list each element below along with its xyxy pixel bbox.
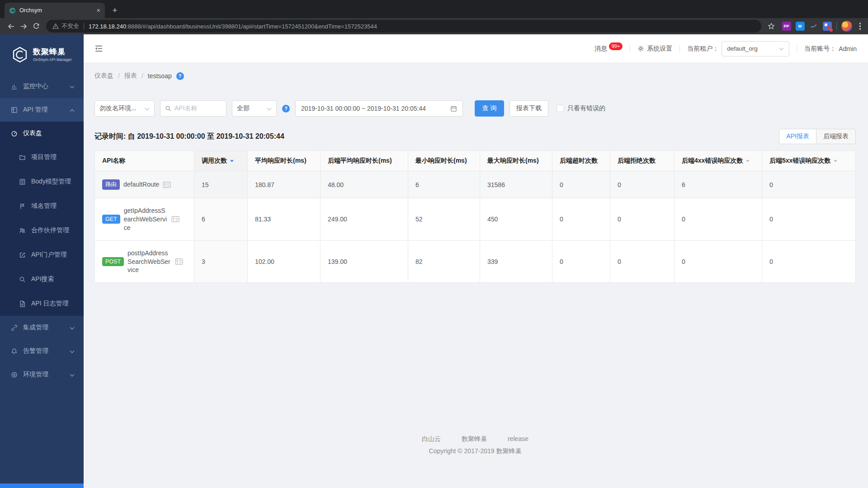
tab-close-icon[interactable]: ×	[97, 7, 100, 14]
target-icon	[11, 371, 18, 378]
table-row: 路由defaultRoute15180.8748.006315860060	[95, 171, 856, 198]
column-label: 后端拒绝次数	[618, 157, 656, 164]
system-settings-button[interactable]: 系统设置	[637, 45, 672, 53]
messages-label: 消息	[594, 45, 607, 53]
sidebar-item-integration-management[interactable]: 集成管理	[0, 316, 84, 339]
app-header: 消息 99+ 系统设置 当前租户： default_org	[84, 34, 868, 63]
column-header-6: 后端超时次数	[552, 151, 610, 171]
tenant-select[interactable]: default_org	[722, 41, 789, 56]
column-header-1[interactable]: 调用次数	[194, 151, 248, 171]
api-name-search-input[interactable]: API名称	[160, 100, 226, 117]
sidebar-scrollbar[interactable]	[0, 483, 84, 488]
api-name-link[interactable]: getIpAddressSearchWebService	[124, 206, 168, 232]
messages-count-badge: 99+	[609, 42, 623, 50]
edit-icon	[19, 252, 26, 258]
tab-api-report[interactable]: API报表	[779, 129, 816, 144]
footer-link-1[interactable]: 数聚蜂巢	[462, 435, 487, 443]
column-header-4: 最小响应时长(ms)	[408, 151, 480, 171]
value-cell: 48.00	[321, 171, 408, 198]
errors-only-checkbox[interactable]	[557, 105, 564, 112]
column-label: 调用次数	[202, 157, 227, 164]
search-placeholder: API名称	[175, 104, 198, 113]
browser-profile-avatar[interactable]	[841, 21, 852, 32]
value-cell: 0	[762, 198, 856, 241]
link-icon	[11, 324, 18, 331]
filter-help-icon[interactable]: ?	[282, 105, 290, 113]
api-name-link[interactable]: defaultRoute	[123, 180, 159, 189]
scope-value: 全部	[237, 104, 250, 113]
value-cell: 0	[552, 240, 610, 283]
report-download-button[interactable]: 报表下载	[509, 100, 548, 117]
value-cell: 31586	[480, 171, 552, 198]
warning-icon	[52, 23, 59, 29]
extension-icon-4[interactable]	[823, 22, 832, 31]
sidebar-item-environment-management[interactable]: 环境管理	[0, 363, 84, 386]
sidebar-item-api-portal-management[interactable]: API门户管理	[0, 243, 84, 267]
value-cell: 52	[408, 198, 480, 241]
chevron-down-icon	[145, 105, 150, 112]
sidebar-item-label: Body模型管理	[31, 178, 75, 186]
forward-icon[interactable]	[17, 20, 30, 33]
sidebar-item-api-management[interactable]: API 管理	[0, 98, 84, 122]
extension-icon-3[interactable]	[809, 22, 818, 31]
sidebar-item-body-model-management[interactable]: Body模型管理	[0, 169, 84, 194]
bar-chart-icon	[11, 83, 18, 90]
api-card-icon	[163, 182, 171, 188]
tenant-label: 当前租户：	[687, 45, 719, 53]
messages-button[interactable]: 消息 99+	[594, 45, 623, 53]
chevron-down-icon	[70, 83, 75, 90]
sidebar-item-api-log-management[interactable]: API 日志管理	[0, 291, 84, 316]
sidebar-item-dashboard[interactable]: 仪表盘	[0, 122, 84, 145]
query-button[interactable]: 查 询	[475, 100, 504, 117]
browser-tab[interactable]: Orchsym ×	[5, 3, 105, 18]
value-cell: 0	[762, 171, 856, 198]
breadcrumb-dashboard[interactable]: 仪表盘	[94, 72, 113, 80]
help-icon[interactable]: ?	[176, 72, 184, 80]
value-cell: 0	[552, 171, 610, 198]
chevron-down-icon	[70, 347, 75, 355]
api-name-link[interactable]: postIpAddressSearchWebService	[127, 249, 171, 275]
date-range-picker[interactable]: 2019-10-31 00:00:00 ~ 2019-10-31 20:05:4…	[295, 100, 463, 117]
column-header-9[interactable]: 后端5xx错误响应次数	[762, 151, 856, 171]
sidebar-item-label: API搜索	[31, 275, 75, 283]
sidebar-item-domain-management[interactable]: 域名管理	[0, 194, 84, 218]
chrome-menu-icon[interactable]	[857, 23, 864, 30]
sidebar-item-alert-management[interactable]: 告警管理	[0, 339, 84, 363]
sidebar-item-monitor-center[interactable]: 监控中心	[0, 75, 84, 98]
url-bar[interactable]: 不安全 172.18.18.240 :8888/#/api/dashboard/…	[46, 20, 761, 33]
extension-icon-2[interactable]: M	[796, 22, 805, 31]
column-label: 后端5xx错误响应次数	[769, 157, 830, 164]
tab-backend-report[interactable]: 后端报表	[816, 129, 856, 144]
sidebar-item-partner-management[interactable]: 合作伙伴管理	[0, 218, 84, 243]
brand: 数聚蜂巢 Orchsym API Manager	[0, 34, 84, 75]
value-cell: 102.00	[248, 240, 321, 283]
search-icon	[165, 105, 171, 112]
sidebar-item-api-search[interactable]: API搜索	[0, 267, 84, 291]
sidebar-item-project-management[interactable]: 项目管理	[0, 145, 84, 169]
url-security-label[interactable]: 不安全	[61, 22, 79, 30]
column-header-8[interactable]: 后端4xx错误响应次数	[675, 151, 762, 171]
back-icon[interactable]	[5, 20, 17, 33]
scope-select[interactable]: 全部	[232, 100, 277, 117]
menu-fold-icon[interactable]	[94, 44, 103, 53]
account-menu[interactable]: 当前账号： Admin	[804, 45, 857, 53]
column-header-7: 后端拒绝次数	[610, 151, 675, 171]
footer-link-0[interactable]: 白山云	[422, 435, 441, 443]
sidebar-item-label: API门户管理	[31, 251, 75, 259]
extension-icon-1[interactable]: PP	[782, 22, 791, 31]
new-tab-button[interactable]: +	[108, 4, 121, 17]
value-cell: 6	[408, 171, 480, 198]
sort-caret-icon[interactable]	[230, 160, 234, 162]
value-cell: 0	[762, 240, 856, 283]
environment-select[interactable]: 勿改名环境...	[94, 100, 155, 117]
footer-link-2[interactable]: release	[508, 435, 528, 443]
sort-caret-icon[interactable]	[834, 160, 837, 162]
sort-caret-icon[interactable]	[746, 160, 750, 162]
value-cell: 180.87	[248, 171, 321, 198]
column-label: 最大响应时长(ms)	[487, 157, 539, 164]
bookmark-star-icon[interactable]	[765, 20, 778, 33]
breadcrumb-report[interactable]: 报表	[124, 72, 137, 80]
header-divider	[679, 45, 680, 52]
reload-icon[interactable]	[30, 20, 42, 33]
account-value: Admin	[839, 45, 857, 52]
